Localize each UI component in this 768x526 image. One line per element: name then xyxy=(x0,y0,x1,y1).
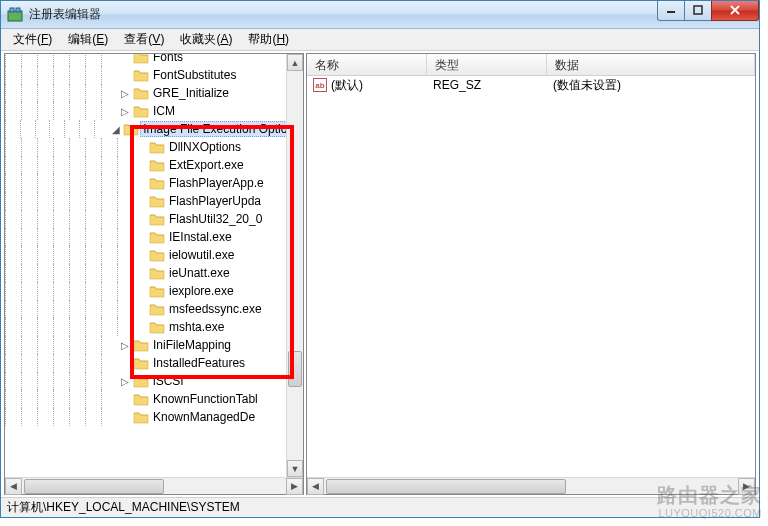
tree-item-label: msfeedssync.exe xyxy=(169,302,262,316)
scroll-up-arrow-icon[interactable]: ▲ xyxy=(287,54,303,71)
tree-horizontal-scrollbar[interactable]: ◀ ▶ xyxy=(5,477,303,494)
tree-item-label: InstalledFeatures xyxy=(153,356,245,370)
scroll-thumb[interactable] xyxy=(326,479,566,494)
tree-item[interactable]: ielowutil.exe xyxy=(5,246,303,264)
menu-view[interactable]: 查看(V) xyxy=(116,29,172,50)
tree-item-label: ieUnatt.exe xyxy=(169,266,230,280)
reg-string-icon: ab xyxy=(313,78,327,92)
scroll-left-arrow-icon[interactable]: ◀ xyxy=(307,478,324,495)
menu-edit[interactable]: 编辑(E) xyxy=(60,29,116,50)
tree-item-label: GRE_Initialize xyxy=(153,86,229,100)
tree-item[interactable]: ieUnatt.exe xyxy=(5,264,303,282)
expander-icon[interactable] xyxy=(119,393,131,405)
expander-icon[interactable]: ▷ xyxy=(119,87,131,99)
tree-item-label: iSCSI xyxy=(153,374,184,388)
tree-item[interactable]: FontSubstitutes xyxy=(5,66,303,84)
expander-icon[interactable]: ◢ xyxy=(110,123,121,135)
tree-item[interactable]: FlashPlayerApp.e xyxy=(5,174,303,192)
tree-vertical-scrollbar[interactable]: ▲ ▼ xyxy=(286,54,303,477)
tree-item-label: ExtExport.exe xyxy=(169,158,244,172)
tree-item[interactable]: InstalledFeatures xyxy=(5,354,303,372)
expander-icon[interactable] xyxy=(135,195,147,207)
tree-item-label: ICM xyxy=(153,104,175,118)
titlebar[interactable]: 注册表编辑器 xyxy=(1,1,759,29)
tree-item-label: ielowutil.exe xyxy=(169,248,234,262)
scroll-right-arrow-icon[interactable]: ▶ xyxy=(286,478,303,495)
value-name: (默认) xyxy=(331,77,363,94)
window-title: 注册表编辑器 xyxy=(29,6,658,23)
tree-item[interactable]: KnownManagedDe xyxy=(5,408,303,426)
menu-bar: 文件(F) 编辑(E) 查看(V) 收藏夹(A) 帮助(H) xyxy=(1,29,759,51)
tree-item-label: FlashPlayerApp.e xyxy=(169,176,264,190)
scroll-thumb[interactable] xyxy=(288,351,302,387)
list-horizontal-scrollbar[interactable]: ◀ ▶ xyxy=(307,477,755,494)
tree-item[interactable]: FlashPlayerUpda xyxy=(5,192,303,210)
tree-item[interactable]: ▷ICM xyxy=(5,102,303,120)
tree-item[interactable]: ◢Image File Execution Options xyxy=(5,120,303,138)
expander-icon[interactable] xyxy=(135,231,147,243)
tree-item[interactable]: ▷GRE_Initialize xyxy=(5,84,303,102)
scroll-down-arrow-icon[interactable]: ▼ xyxy=(287,460,303,477)
tree-item[interactable]: ▷IniFileMapping xyxy=(5,336,303,354)
maximize-button[interactable] xyxy=(684,1,712,21)
expander-icon[interactable] xyxy=(119,69,131,81)
svg-rect-3 xyxy=(667,11,675,13)
tree-item[interactable]: mshta.exe xyxy=(5,318,303,336)
tree-item-label: DllNXOptions xyxy=(169,140,241,154)
tree-item-label: IniFileMapping xyxy=(153,338,231,352)
svg-rect-1 xyxy=(10,8,14,12)
tree-item[interactable]: DllNXOptions xyxy=(5,138,303,156)
scroll-thumb[interactable] xyxy=(24,479,164,494)
registry-values-pane: 名称 类型 数据 ab(默认) REG_SZ (数值未设置) ◀ ▶ xyxy=(306,53,756,495)
tree-item-label: FlashPlayerUpda xyxy=(169,194,261,208)
list-row[interactable]: ab(默认) REG_SZ (数值未设置) xyxy=(307,76,755,94)
list-header: 名称 类型 数据 xyxy=(307,54,755,76)
menu-file[interactable]: 文件(F) xyxy=(5,29,60,50)
tree-item-label: KnownManagedDe xyxy=(153,410,255,424)
tree-item-label: Image File Execution Options xyxy=(143,122,300,136)
expander-icon[interactable] xyxy=(135,159,147,171)
registry-tree-pane: FontsFontSubstitutes▷GRE_Initialize▷ICM◢… xyxy=(4,53,304,495)
scroll-right-arrow-icon[interactable]: ▶ xyxy=(738,478,755,495)
expander-icon[interactable] xyxy=(119,54,131,63)
expander-icon[interactable] xyxy=(135,177,147,189)
tree-item-label: KnownFunctionTabl xyxy=(153,392,258,406)
scroll-left-arrow-icon[interactable]: ◀ xyxy=(5,478,22,495)
expander-icon[interactable] xyxy=(135,213,147,225)
tree-item[interactable]: iexplore.exe xyxy=(5,282,303,300)
expander-icon[interactable] xyxy=(135,303,147,315)
svg-rect-2 xyxy=(16,8,20,12)
expander-icon[interactable]: ▷ xyxy=(119,339,131,351)
tree-item-label: Fonts xyxy=(153,54,183,64)
tree-item[interactable]: ▷iSCSI xyxy=(5,372,303,390)
expander-icon[interactable] xyxy=(135,141,147,153)
expander-icon[interactable]: ▷ xyxy=(119,375,131,387)
expander-icon[interactable] xyxy=(119,411,131,423)
expander-icon[interactable] xyxy=(135,267,147,279)
expander-icon[interactable] xyxy=(135,249,147,261)
tree-item-label: FlashUtil32_20_0 xyxy=(169,212,262,226)
minimize-button[interactable] xyxy=(657,1,685,21)
close-button[interactable] xyxy=(711,1,759,21)
regedit-app-icon xyxy=(7,7,23,23)
expander-icon[interactable] xyxy=(119,357,131,369)
expander-icon[interactable] xyxy=(135,321,147,333)
column-header-data[interactable]: 数据 xyxy=(547,54,755,75)
value-type: REG_SZ xyxy=(427,78,547,92)
expander-icon[interactable] xyxy=(135,285,147,297)
tree-item[interactable]: Fonts xyxy=(5,54,303,66)
menu-help[interactable]: 帮助(H) xyxy=(240,29,297,50)
tree-item[interactable]: IEInstal.exe xyxy=(5,228,303,246)
tree-item[interactable]: msfeedssync.exe xyxy=(5,300,303,318)
column-header-type[interactable]: 类型 xyxy=(427,54,547,75)
tree-item-label: IEInstal.exe xyxy=(169,230,232,244)
menu-favorites[interactable]: 收藏夹(A) xyxy=(172,29,240,50)
column-header-name[interactable]: 名称 xyxy=(307,54,427,75)
tree-item[interactable]: FlashUtil32_20_0 xyxy=(5,210,303,228)
tree-item-label: FontSubstitutes xyxy=(153,68,236,82)
tree-item-label: mshta.exe xyxy=(169,320,224,334)
tree-item[interactable]: ExtExport.exe xyxy=(5,156,303,174)
tree-item[interactable]: KnownFunctionTabl xyxy=(5,390,303,408)
svg-rect-4 xyxy=(694,6,702,14)
expander-icon[interactable]: ▷ xyxy=(119,105,131,117)
